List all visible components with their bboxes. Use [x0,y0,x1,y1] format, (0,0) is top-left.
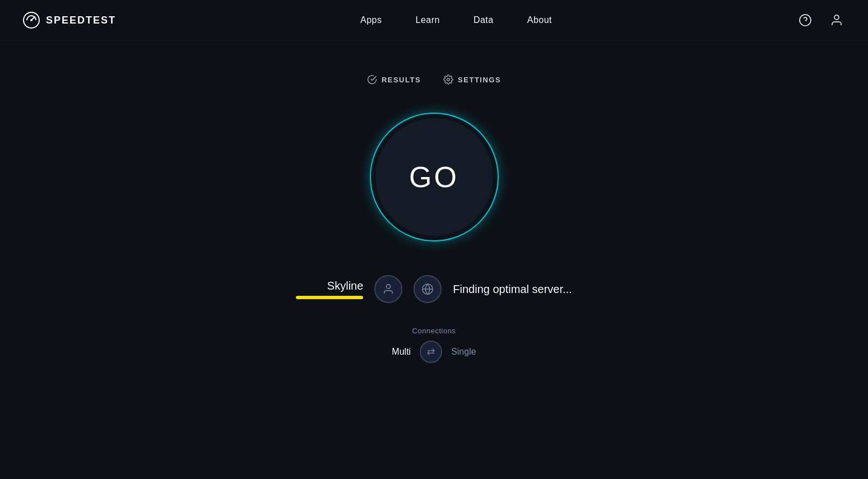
connections-toggle: Multi Single [392,341,476,363]
results-icon [367,75,377,85]
go-button[interactable]: GO [375,118,493,236]
help-button[interactable] [796,11,814,29]
svg-point-3 [800,15,811,26]
connections-section: Connections Multi Single [392,327,476,363]
nav-learn[interactable]: Learn [415,15,439,25]
speedtest-logo-icon [22,11,40,29]
user-server-icon [382,283,394,295]
logo[interactable]: SPEEDTEST [22,11,116,29]
results-button[interactable]: RESULTS [367,75,421,85]
single-label[interactable]: Single [451,347,476,357]
server-left: Skyline [296,280,363,299]
settings-button[interactable]: SETTINGS [443,75,501,85]
nav-data[interactable]: Data [474,15,494,25]
svg-point-7 [387,285,391,289]
user-icon [830,13,843,27]
finding-server-text: Finding optimal server... [453,283,572,296]
settings-icon [443,75,453,85]
yellow-bar [296,296,363,299]
multi-label[interactable]: Multi [392,347,411,357]
go-button-wrapper[interactable]: GO [370,113,499,241]
main-content: RESULTS SETTINGS GO Skyline [0,41,868,363]
nav-apps[interactable]: Apps [360,15,382,25]
svg-point-5 [834,15,839,20]
globe-icon [421,283,434,295]
user-server-icon-button[interactable] [374,275,402,303]
nav-right [796,11,846,29]
connections-arrows-icon [426,347,436,357]
svg-point-6 [447,78,450,81]
connections-toggle-button[interactable] [420,341,442,363]
server-info-row: Skyline Finding optimal server... [296,275,572,303]
server-right: Finding optimal server... [453,283,572,296]
go-label: GO [409,160,459,194]
main-nav: Apps Learn Data About [360,15,552,25]
connections-label: Connections [412,327,456,335]
svg-point-2 [30,19,33,21]
server-name: Skyline [327,280,363,292]
help-icon [799,13,812,27]
header: SPEEDTEST Apps Learn Data About [0,0,868,41]
nav-about[interactable]: About [527,15,552,25]
logo-text: SPEEDTEST [46,15,116,26]
toolbar: RESULTS SETTINGS [367,75,501,85]
globe-icon-button[interactable] [414,275,442,303]
user-button[interactable] [828,11,846,29]
